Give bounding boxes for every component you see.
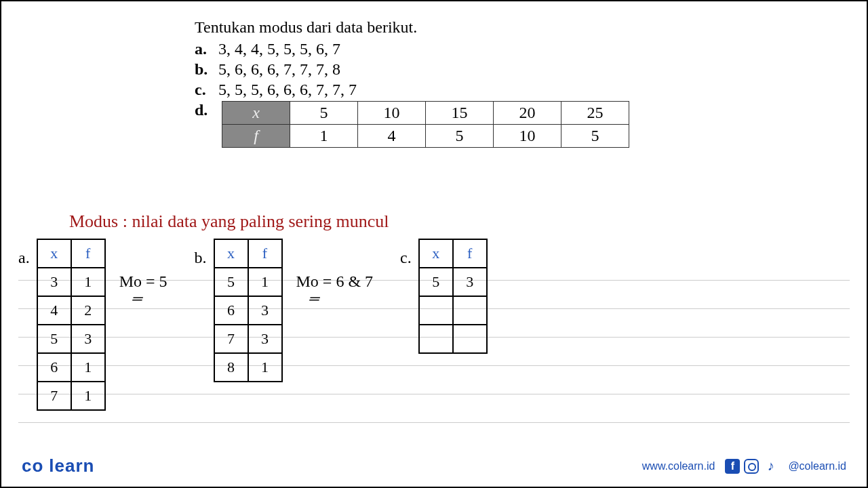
cell: 7 [214, 325, 248, 353]
group-label-a: a. [18, 249, 30, 267]
d-cell: 5 [561, 125, 629, 148]
cell: 1 [71, 268, 105, 296]
cell: 3 [248, 296, 282, 325]
item-text-a: 3, 4, 4, 5, 5, 5, 6, 7 [218, 40, 340, 58]
d-cell: 15 [426, 102, 494, 125]
item-text-b: 5, 6, 6, 6, 7, 7, 7, 8 [218, 60, 340, 79]
header-x: x [214, 239, 248, 268]
freq-table-a: x f 31 42 53 61 71 [37, 239, 106, 411]
data-table-d: x 5 10 15 20 25 f 1 4 5 10 5 [222, 101, 629, 148]
mo-value: Mo = 6 & 7 [296, 272, 374, 290]
header-x: x [419, 239, 453, 268]
table-group-b: b. x f 51 63 73 81 Mo = 6 & 7 ═ [195, 239, 374, 411]
item-text-c: 5, 5, 5, 6, 6, 6, 7, 7, 7 [218, 81, 357, 99]
underline-mark: ═ [130, 291, 170, 306]
group-label-c: c. [400, 249, 412, 267]
group-label-b: b. [195, 249, 207, 267]
cell: 8 [214, 353, 248, 382]
header-x: x [37, 239, 71, 268]
cell: 1 [248, 268, 282, 296]
item-label-c: c. [195, 81, 218, 99]
d-cell: 20 [494, 102, 561, 125]
instagram-icon [744, 459, 759, 474]
header-f: f [71, 239, 105, 268]
website-url: www.colearn.id [642, 460, 715, 472]
cell: 1 [71, 382, 105, 410]
tiktok-icon: ♪ [763, 459, 778, 474]
footer-right: www.colearn.id f ♪ @colearn.id [642, 459, 846, 474]
cell: 3 [37, 268, 71, 296]
logo: colearn [22, 455, 95, 476]
cell: 1 [248, 353, 282, 382]
cell: 3 [453, 268, 487, 296]
header-f: f [248, 239, 282, 268]
freq-table-c: x f 53 [418, 239, 488, 354]
d-header-x: x [222, 102, 290, 125]
cell: 2 [71, 296, 105, 325]
cell: 1 [71, 353, 105, 382]
cell: 6 [214, 296, 248, 325]
mo-result-a: Mo = 5 ═ [119, 272, 167, 306]
d-cell: 5 [426, 125, 494, 148]
cell: 5 [37, 325, 71, 353]
table-group-c: c. x f 53 [400, 239, 488, 411]
question-area: Tentukan modus dari data berikut. a. 3, … [195, 18, 833, 150]
cell: 3 [248, 325, 282, 353]
cell [453, 325, 487, 353]
frequency-tables: a. x f 31 42 53 61 71 Mo = 5 ═ b. x [18, 239, 850, 411]
question-item-d: d. x 5 10 15 20 25 f 1 4 5 10 5 [195, 101, 833, 148]
cell: 7 [37, 382, 71, 410]
item-label-a: a. [195, 40, 218, 58]
d-header-f: f [222, 125, 290, 148]
question-item-c: c. 5, 5, 5, 6, 6, 6, 7, 7, 7 [195, 81, 833, 99]
d-cell: 4 [358, 125, 426, 148]
question-item-b: b. 5, 6, 6, 6, 7, 7, 7, 8 [195, 60, 833, 79]
item-label-b: b. [195, 60, 218, 79]
table-group-a: a. x f 31 42 53 61 71 Mo = 5 ═ [18, 239, 167, 411]
cell [453, 296, 487, 325]
d-cell: 25 [561, 102, 629, 125]
mo-value: Mo = 5 [119, 272, 167, 290]
header-f: f [453, 239, 487, 268]
footer: colearn www.colearn.id f ♪ @colearn.id [22, 455, 846, 476]
modus-definition: Modus : nilai data yang paling sering mu… [69, 211, 850, 232]
cell: 3 [71, 325, 105, 353]
freq-table-b: x f 51 63 73 81 [214, 239, 283, 382]
d-cell: 10 [494, 125, 561, 148]
item-label-d: d. [195, 101, 218, 119]
handwritten-notes: Modus : nilai data yang paling sering mu… [18, 211, 850, 446]
cell: 5 [419, 268, 453, 296]
d-cell: 10 [358, 102, 426, 125]
d-cell: 1 [290, 125, 358, 148]
question-title: Tentukan modus dari data berikut. [195, 18, 833, 37]
cell [419, 325, 453, 353]
facebook-icon: f [725, 459, 740, 474]
cell [419, 296, 453, 325]
cell: 4 [37, 296, 71, 325]
underline-mark: ═ [307, 291, 376, 306]
social-handle: @colearn.id [788, 460, 846, 472]
cell: 6 [37, 353, 71, 382]
mo-result-b: Mo = 6 & 7 ═ [296, 272, 374, 306]
question-item-a: a. 3, 4, 4, 5, 5, 5, 6, 7 [195, 40, 833, 58]
cell: 5 [214, 268, 248, 296]
d-cell: 5 [290, 102, 358, 125]
social-icons: f ♪ [725, 459, 778, 474]
